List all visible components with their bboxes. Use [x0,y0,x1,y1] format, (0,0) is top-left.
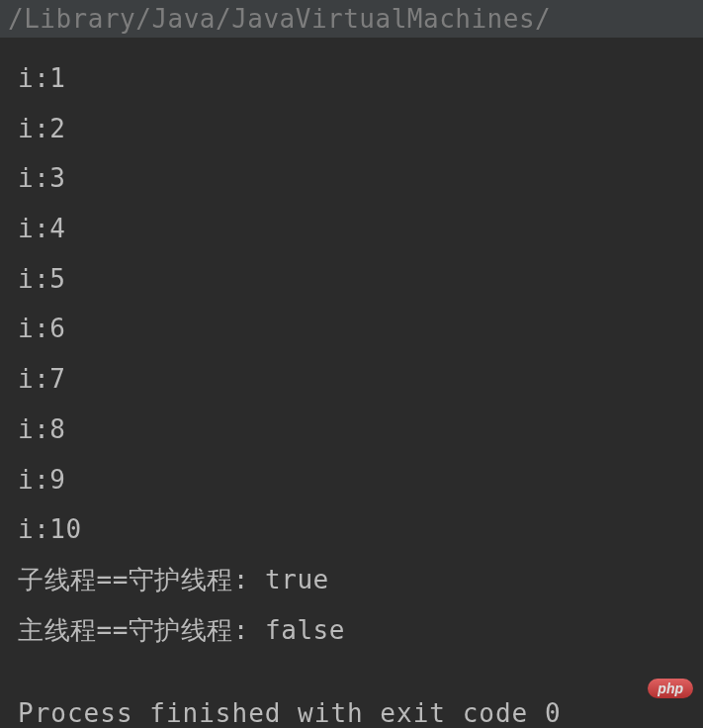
output-line: i:4 [18,204,695,254]
output-line: i:10 [18,504,695,555]
output-line: i:5 [18,254,695,305]
output-line: i:7 [18,354,695,405]
console-output: i:1 i:2 i:3 i:4 i:5 i:6 i:7 i:8 i:9 i:10… [0,38,703,655]
output-line: i:6 [18,304,695,354]
output-line: i:3 [18,153,695,204]
output-line: i:2 [18,104,695,154]
exit-message: Process finished with exit code 0 [18,698,562,728]
php-watermark: php [648,679,693,698]
output-line: i:1 [18,53,695,104]
output-line: i:8 [18,405,695,455]
output-line: 主线程==守护线程: false [18,605,695,656]
command-path-line: /Library/Java/JavaVirtualMachines/ [0,0,703,38]
output-line: i:9 [18,455,695,505]
output-line: 子线程==守护线程: true [18,555,695,605]
